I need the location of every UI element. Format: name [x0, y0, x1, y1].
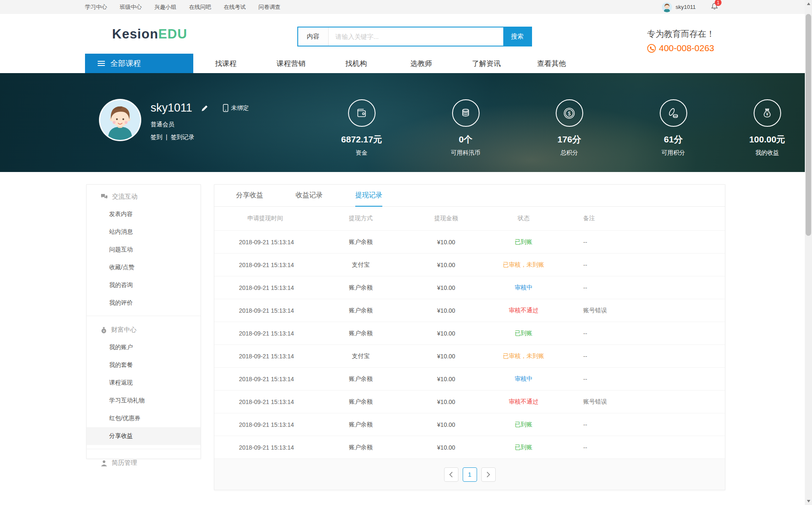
- mobile-bind-status[interactable]: 未绑定: [223, 104, 249, 112]
- notification-bell[interactable]: 1: [711, 3, 718, 11]
- cell-remark: --: [560, 262, 725, 268]
- sidebar-item[interactable]: 我的账户: [87, 338, 200, 356]
- avatar-image: [100, 100, 140, 140]
- cell-method: 账户余额: [316, 375, 406, 383]
- stat-value: 6872.17元: [326, 134, 398, 145]
- scrollbar[interactable]: [805, 0, 812, 505]
- table-row: 2018-09-21 15:13:14 账户余额 ¥10.00 已到账 --: [214, 413, 725, 436]
- cell-remark: --: [560, 444, 725, 451]
- col-header-remark: 备注: [560, 215, 725, 222]
- status-badge: 已到账: [487, 330, 560, 337]
- search-category-select[interactable]: 内容: [298, 27, 329, 46]
- page-number-button[interactable]: 1: [463, 467, 477, 482]
- search-button[interactable]: 搜索: [503, 27, 531, 46]
- cell-time: 2018-09-21 15:13:14: [214, 330, 316, 337]
- cell-amount: ¥10.00: [406, 353, 487, 360]
- sidebar-section-interaction[interactable]: 交流互动: [87, 187, 200, 205]
- status-badge: 已到账: [487, 238, 560, 246]
- cell-method: 支付宝: [316, 261, 406, 269]
- tab-withdrawal-records[interactable]: 提现记录: [355, 185, 382, 207]
- sidebar-item[interactable]: 我的咨询: [87, 276, 200, 294]
- status-badge: 已到账: [487, 444, 560, 451]
- phone-icon: [647, 44, 656, 53]
- signin-link[interactable]: 签到: [151, 134, 162, 141]
- topbar-username[interactable]: sky1011: [676, 4, 696, 10]
- logo-edu: EDU: [158, 27, 187, 41]
- scrollbar-thumb[interactable]: [806, 14, 811, 236]
- status-badge: 审核不通过: [487, 307, 560, 314]
- edit-username-button[interactable]: [201, 104, 208, 112]
- pagination: 1: [214, 459, 725, 490]
- search-input[interactable]: [329, 27, 503, 46]
- nav-item[interactable]: 找课程: [193, 59, 258, 68]
- stat-earnings[interactable]: ¥ 100.00元 我的收益: [731, 99, 803, 157]
- svg-text:$: $: [568, 110, 571, 116]
- status-badge: 已到账: [487, 421, 560, 429]
- scroll-down-arrow-icon[interactable]: [807, 500, 810, 502]
- nav-item[interactable]: 课程营销: [258, 59, 324, 68]
- topbar-menu-item[interactable]: 问卷调查: [258, 3, 280, 11]
- chat-icon: [101, 194, 108, 200]
- sidebar-item[interactable]: 收藏/点赞: [87, 259, 200, 276]
- sidebar-item[interactable]: 我的评价: [87, 294, 200, 312]
- sidebar-item[interactable]: 我的套餐: [87, 356, 200, 374]
- sidebar-item[interactable]: 问题互动: [87, 241, 200, 259]
- stat-total-points[interactable]: $ 176分 总积分: [533, 99, 605, 157]
- topbar-menu-item[interactable]: 在线问吧: [189, 3, 211, 11]
- cell-time: 2018-09-21 15:13:14: [214, 421, 316, 428]
- nav-item[interactable]: 了解资讯: [454, 59, 519, 68]
- topbar-user-area: sky1011 1: [662, 2, 718, 12]
- chevron-left-icon: [449, 472, 453, 478]
- topbar-menu-item[interactable]: 学习中心: [85, 3, 107, 11]
- sidebar-section-wealth[interactable]: ¥ 财富中心: [87, 320, 200, 338]
- stat-label: 资金: [326, 149, 398, 157]
- nav-item[interactable]: 选教师: [389, 59, 454, 68]
- nav-item[interactable]: 查看其他: [519, 59, 584, 68]
- stat-value: 100.00元: [731, 134, 803, 145]
- avatar[interactable]: [662, 2, 672, 12]
- status-badge: 已审核，未到账: [487, 352, 560, 360]
- sidebar-item[interactable]: 学习互动礼物: [87, 392, 200, 409]
- cell-remark: --: [560, 376, 725, 382]
- tabs: 分享收益 收益记录 提现记录: [214, 185, 725, 207]
- sidebar: 交流互动 发表内容站内消息问题互动收藏/点赞我的咨询我的评价 ¥ 财富中心 我的…: [86, 184, 201, 459]
- col-header-method: 提现方式: [316, 215, 406, 222]
- sidebar-section-resume[interactable]: 简历管理: [87, 453, 200, 472]
- cell-remark: --: [560, 353, 725, 360]
- topbar-menu-item[interactable]: 兴趣小组: [154, 3, 176, 11]
- sidebar-item[interactable]: 红包/优惠券: [87, 409, 200, 427]
- signin-record-link[interactable]: 签到记录: [171, 134, 195, 141]
- wallet-icon: [348, 99, 376, 127]
- topbar-menu-item[interactable]: 班级中心: [120, 3, 142, 11]
- nav-all-courses[interactable]: 全部课程: [85, 54, 193, 73]
- table-row: 2018-09-21 15:13:14 账户余额 ¥10.00 审核中 --: [214, 276, 725, 299]
- tab-earning-records[interactable]: 收益记录: [296, 185, 323, 207]
- tab-share-earnings[interactable]: 分享收益: [236, 185, 263, 207]
- cell-time: 2018-09-21 15:13:14: [214, 399, 316, 405]
- person-icon: [101, 460, 107, 467]
- topbar-menu-item[interactable]: 在线考试: [224, 3, 246, 11]
- topbar: 学习中心班级中心兴趣小组在线问吧在线考试问卷调查 sky1011 1: [0, 0, 805, 14]
- stat-funds[interactable]: 6872.17元 资金: [326, 99, 398, 157]
- cell-time: 2018-09-21 15:13:14: [214, 262, 316, 268]
- cell-method: 账户余额: [316, 398, 406, 406]
- sidebar-item[interactable]: 课程返现: [87, 374, 200, 392]
- table-row: 2018-09-21 15:13:14 支付宝 ¥10.00 已审核，未到账 -…: [214, 344, 725, 367]
- cell-method: 账户余额: [316, 421, 406, 429]
- prev-page-button[interactable]: [444, 467, 458, 482]
- scroll-up-arrow-icon[interactable]: [807, 3, 810, 5]
- cell-remark: --: [560, 239, 725, 246]
- stat-coins[interactable]: 0个 可用科汛币: [430, 99, 502, 157]
- slogan-text: 专为教育而存在！: [647, 28, 715, 40]
- profile-avatar[interactable]: [99, 99, 141, 141]
- nav-item[interactable]: 找机构: [324, 59, 389, 68]
- sidebar-item[interactable]: 发表内容: [87, 205, 200, 223]
- sidebar-item[interactable]: 站内消息: [87, 223, 200, 241]
- status-badge: 审核不通过: [487, 398, 560, 406]
- cell-amount: ¥10.00: [406, 284, 487, 291]
- phone-number[interactable]: 400-008-0263: [659, 43, 714, 53]
- sidebar-item[interactable]: 分享收益: [87, 427, 200, 445]
- site-logo[interactable]: KesionEDU: [112, 27, 187, 42]
- next-page-button[interactable]: [481, 467, 496, 482]
- stat-available-points[interactable]: 61分 可用积分: [637, 99, 709, 157]
